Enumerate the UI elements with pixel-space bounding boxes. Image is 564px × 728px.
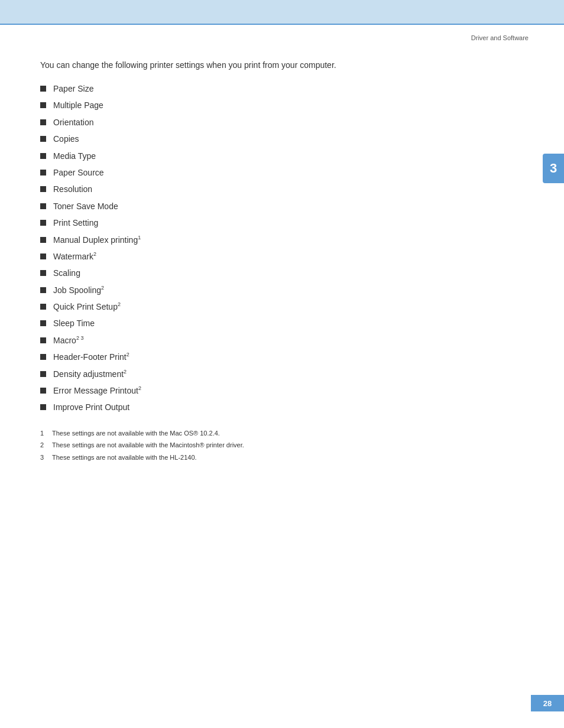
superscript: 1 <box>138 235 141 240</box>
bullet-icon <box>40 186 46 192</box>
list-item: Density adjustment2 <box>40 368 517 381</box>
footnote-text: These settings are not available with th… <box>52 453 197 463</box>
bullet-icon <box>40 320 46 326</box>
footnote-number: 2 <box>40 440 52 450</box>
superscript: 2 <box>118 301 121 307</box>
list-item: Media Type <box>40 150 517 162</box>
list-item: Print Setting <box>40 216 517 229</box>
list-item-text: Multiple Page <box>53 99 103 112</box>
bullet-icon <box>40 170 46 176</box>
bullet-icon <box>40 102 46 108</box>
list-item: Scaling <box>40 266 517 280</box>
bullet-icon <box>40 371 46 377</box>
bullet-icon <box>40 388 46 394</box>
settings-list: Paper SizeMultiple PageOrientationCopies… <box>40 82 517 414</box>
list-item: Improve Print Output <box>40 401 517 414</box>
list-item: Sleep Time <box>40 317 517 330</box>
list-item-text: Scaling <box>53 266 80 280</box>
superscript: 2 3 <box>76 335 84 341</box>
list-item: Resolution <box>40 183 517 196</box>
list-item: Paper Size <box>40 82 517 95</box>
bullet-icon <box>40 203 46 209</box>
list-item: Quick Print Setup2 <box>40 300 517 313</box>
list-item: Toner Save Mode <box>40 200 517 213</box>
bullet-icon <box>40 220 46 226</box>
list-item: Manual Duplex printing1 <box>40 233 517 246</box>
list-item: Multiple Page <box>40 99 517 112</box>
top-banner <box>0 0 564 25</box>
intro-text: You can change the following printer set… <box>40 59 517 72</box>
bullet-icon <box>40 119 46 125</box>
list-item: Paper Source <box>40 166 517 179</box>
bullet-icon <box>40 86 46 92</box>
list-item: Watermark2 <box>40 250 517 263</box>
bullet-icon <box>40 237 46 243</box>
list-item-text: Improve Print Output <box>53 401 129 414</box>
bullet-icon <box>40 287 46 293</box>
bullet-icon <box>40 354 46 360</box>
list-item: Orientation <box>40 116 517 129</box>
list-item-text: Paper Size <box>53 82 93 95</box>
list-item-text: Header-Footer Print2 <box>53 350 129 363</box>
page-number: 28 <box>531 695 564 711</box>
list-item-text: Print Setting <box>53 216 98 229</box>
list-item-text: Macro2 3 <box>53 334 83 347</box>
superscript: 2 <box>101 285 104 291</box>
section-title: Driver and Software <box>471 34 529 41</box>
main-content: You can change the following printer set… <box>40 59 517 464</box>
list-item-text: Paper Source <box>53 166 104 179</box>
footnote-number: 1 <box>40 428 52 438</box>
list-item: Copies <box>40 132 517 145</box>
bullet-icon <box>40 254 46 259</box>
bullet-icon <box>40 270 46 276</box>
chapter-number: 3 <box>550 161 557 176</box>
bullet-icon <box>40 304 46 310</box>
list-item: Error Message Printout2 <box>40 384 517 397</box>
bullet-icon <box>40 404 46 410</box>
list-item-text: Copies <box>53 132 79 145</box>
list-item: Header-Footer Print2 <box>40 350 517 363</box>
list-item-text: Resolution <box>53 183 92 196</box>
superscript: 2 <box>138 385 141 391</box>
footnotes: 1 These settings are not available with … <box>40 428 517 463</box>
footnote: 3 These settings are not available with … <box>40 453 517 463</box>
chapter-tab: 3 <box>543 154 564 183</box>
list-item-text: Quick Print Setup2 <box>53 300 121 313</box>
footnote: 2 These settings are not available with … <box>40 440 517 450</box>
list-item-text: Orientation <box>53 116 93 129</box>
superscript: 2 <box>93 251 96 257</box>
bullet-icon <box>40 337 46 343</box>
page-header: Driver and Software <box>471 34 529 41</box>
footnote-number: 3 <box>40 453 52 463</box>
list-item: Macro2 3 <box>40 334 517 347</box>
list-item-text: Sleep Time <box>53 317 95 330</box>
list-item-text: Density adjustment2 <box>53 368 127 381</box>
list-item-text: Error Message Printout2 <box>53 384 141 397</box>
list-item-text: Job Spooling2 <box>53 284 104 297</box>
bullet-icon <box>40 136 46 142</box>
list-item: Job Spooling2 <box>40 284 517 297</box>
list-item-text: Media Type <box>53 150 96 162</box>
footnote-text: These settings are not available with th… <box>52 440 244 450</box>
bullet-icon <box>40 153 46 159</box>
superscript: 2 <box>124 369 127 375</box>
list-item-text: Toner Save Mode <box>53 200 118 213</box>
list-item-text: Watermark2 <box>53 250 96 263</box>
footnote: 1 These settings are not available with … <box>40 428 517 438</box>
footnote-text: These settings are not available with th… <box>52 428 220 438</box>
superscript: 2 <box>127 352 129 358</box>
list-item-text: Manual Duplex printing1 <box>53 233 141 246</box>
